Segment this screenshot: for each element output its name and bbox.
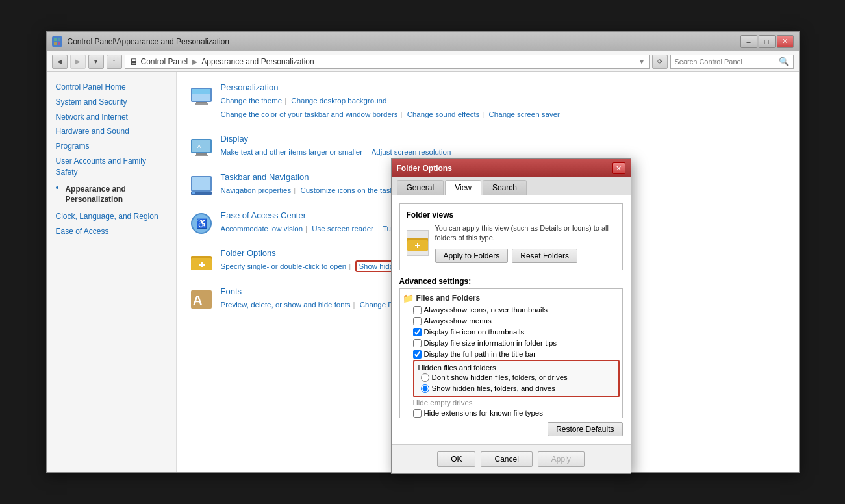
path-segment-2[interactable]: Appearance and Personalization [201, 57, 314, 66]
tab-view[interactable]: View [445, 180, 481, 195]
address-bar: ◀ ▶ ▾ ↑ 🖥 Control Panel ▶ Appearance and… [47, 51, 799, 72]
checkbox-always-show-icons[interactable] [413, 306, 422, 314]
sidebar: Control Panel Home System and Security N… [47, 72, 177, 472]
link-screen-reader[interactable]: Use screen reader [312, 225, 373, 233]
link-change-sound[interactable]: Change sound effects [407, 110, 480, 118]
display-links: Make text and other items larger or smal… [221, 145, 451, 159]
dropdown-button[interactable]: ▾ [88, 55, 104, 69]
search-input[interactable] [675, 58, 779, 66]
display-title[interactable]: Display [221, 134, 451, 144]
sep6: | [305, 225, 307, 233]
taskbar-body: Taskbar and Navigation Navigation proper… [221, 172, 405, 197]
sep5: | [294, 186, 296, 194]
sidebar-item-network-internet[interactable]: Network and Internet [52, 110, 171, 125]
folder-views-description: You can apply this view (such as Details… [435, 223, 616, 263]
link-single-double-click[interactable]: Specify single- or double-click to open [221, 262, 347, 270]
refresh-button[interactable]: ⟳ [652, 55, 668, 69]
personalization-title[interactable]: Personalization [221, 82, 560, 92]
tab-search[interactable]: Search [483, 180, 527, 195]
sidebar-item-ease-access[interactable]: Ease of Access [52, 224, 171, 239]
radio-show-hidden: Show hidden files, folders, and drives [418, 383, 614, 394]
item-display-file-icon: Display file icon on thumbnails [403, 327, 620, 338]
item-always-show-menus: Always show menus [403, 316, 620, 327]
sidebar-item-programs[interactable]: Programs [52, 139, 171, 154]
checkbox-hide-extensions[interactable] [413, 409, 422, 418]
radio-input-dont-show[interactable] [421, 373, 429, 382]
fonts-icon: A [190, 288, 213, 311]
checkbox-display-file-size[interactable] [413, 339, 422, 347]
sep9: | [349, 262, 351, 270]
sep4: | [365, 148, 367, 156]
radio-input-show-hidden[interactable] [421, 384, 429, 393]
checkbox-display-full-path[interactable] [413, 350, 422, 359]
back-button[interactable]: ◀ [52, 55, 68, 69]
sidebar-item-user-accounts[interactable]: User Accounts and Family Safety [52, 154, 171, 180]
path-icon: 🖥 [129, 57, 138, 67]
hidden-files-highlight: Hidden files and folders Don't show hidd… [413, 360, 620, 397]
section-personalization: Personalization Change the theme| Change… [190, 82, 786, 121]
search-box: 🔍 [670, 55, 794, 69]
taskbar-title[interactable]: Taskbar and Navigation [221, 172, 405, 182]
link-change-screensaver[interactable]: Change screen saver [489, 110, 560, 118]
folder-options-dialog[interactable]: Folder Options ✕ General View Search Fol… [391, 158, 631, 474]
svg-text:A: A [197, 144, 201, 149]
sep1: | [284, 97, 286, 105]
link-change-theme[interactable]: Change the theme [221, 97, 283, 105]
link-preview-fonts[interactable]: Preview, delete, or show and hide fonts [221, 301, 351, 309]
link-screen-resolution[interactable]: Adjust screen resolution [372, 148, 451, 156]
advanced-settings-list[interactable]: 📁 Files and Folders Always show icons, n… [399, 288, 623, 418]
search-icon[interactable]: 🔍 [779, 57, 789, 66]
path-segment-1[interactable]: Control Panel [141, 57, 188, 66]
link-change-desktop-bg[interactable]: Change desktop background [291, 97, 386, 105]
sidebar-item-hardware-sound[interactable]: Hardware and Sound [52, 124, 171, 139]
sep2: | [400, 110, 402, 118]
apply-button[interactable]: Apply [538, 451, 585, 467]
svg-rect-23 [191, 256, 199, 258]
personalization-links: Change the theme| Change desktop backgro… [221, 94, 560, 121]
personalization-body: Personalization Change the theme| Change… [221, 82, 560, 121]
checkbox-always-show-menus[interactable] [413, 317, 422, 325]
folder-views-icon [407, 230, 429, 256]
dropdown-arrow[interactable]: ▾ [640, 57, 644, 66]
item-hide-extensions: Hide extensions for known file types [403, 408, 620, 418]
label-dont-show: Don't show hidden files, folders, or dri… [432, 373, 568, 381]
sidebar-item-clock-language[interactable]: Clock, Language, and Region [52, 209, 171, 224]
link-text-larger[interactable]: Make text and other items larger or smal… [221, 148, 363, 156]
dialog-close-button[interactable]: ✕ [612, 162, 625, 174]
ok-button[interactable]: OK [437, 451, 475, 467]
link-customize-icons[interactable]: Customize icons on the taskbar [300, 186, 404, 194]
svg-rect-25 [199, 264, 205, 266]
hidden-files-header: Hidden files and folders [418, 363, 614, 372]
apply-to-folders-button[interactable]: Apply to Folders [435, 249, 509, 263]
advanced-label: Advanced settings: [399, 277, 623, 286]
cancel-button[interactable]: Cancel [481, 451, 532, 467]
sidebar-item-system-security[interactable]: System and Security [52, 95, 171, 110]
restore-defaults-button[interactable]: Restore Defaults [548, 422, 622, 436]
radio-dont-show: Don't show hidden files, folders, or dri… [418, 372, 614, 383]
label-display-full-path: Display the full path in the title bar [424, 350, 536, 358]
svg-rect-8 [195, 103, 208, 105]
svg-rect-3 [58, 42, 60, 45]
minimize-button[interactable]: – [740, 35, 757, 48]
svg-text:A: A [193, 293, 202, 307]
sidebar-item-control-panel-home[interactable]: Control Panel Home [52, 80, 171, 95]
sep10: | [353, 301, 355, 309]
checkbox-display-file-icon[interactable] [413, 328, 422, 336]
maximize-button[interactable]: □ [759, 35, 776, 48]
link-navigation-properties[interactable]: Navigation properties [221, 186, 292, 194]
forward-button[interactable]: ▶ [70, 55, 86, 69]
link-low-vision[interactable]: Accommodate low vision [221, 225, 303, 233]
svg-rect-17 [192, 192, 195, 194]
up-button[interactable]: ↑ [107, 55, 122, 69]
link-change-color[interactable]: Change the color of your taskbar and win… [221, 110, 398, 118]
address-field[interactable]: 🖥 Control Panel ▶ Appearance and Persona… [125, 55, 650, 69]
display-icon: A [190, 135, 213, 158]
category-files-folders: 📁 Files and Folders [403, 292, 620, 305]
svg-rect-10 [192, 140, 210, 152]
sidebar-item-appearance[interactable]: • Appearance and Personalization [52, 180, 171, 210]
label-always-show-menus: Always show menus [424, 317, 492, 325]
reset-folders-button[interactable]: Reset Folders [512, 249, 577, 263]
folder-views-buttons: Apply to Folders Reset Folders [435, 249, 616, 263]
tab-general[interactable]: General [397, 180, 444, 195]
close-button[interactable]: ✕ [777, 35, 794, 48]
